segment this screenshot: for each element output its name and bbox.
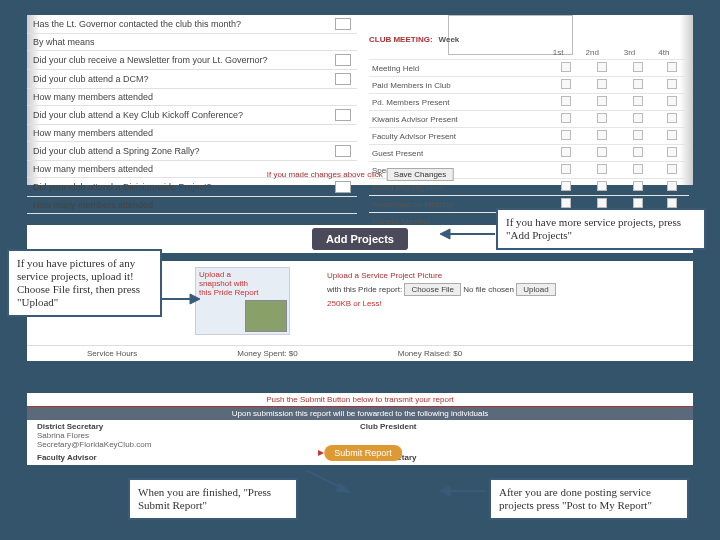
questions-panel: Has the Lt. Governor contacted the club … — [27, 15, 693, 185]
submit-report-wrap: ▸Submit Report — [318, 445, 402, 461]
q-m2: How many members attended — [27, 125, 357, 142]
grid-checkbox[interactable] — [633, 198, 643, 208]
grid-checkbox[interactable] — [633, 130, 643, 140]
q-means: By what means — [27, 34, 357, 51]
grid-checkbox[interactable] — [667, 62, 677, 72]
grid-checkbox[interactable] — [561, 130, 571, 140]
grid-checkbox[interactable] — [561, 96, 571, 106]
callout-upload: If you have pictures of any service proj… — [7, 249, 162, 317]
grid-checkbox[interactable] — [667, 164, 677, 174]
grid-checkbox[interactable] — [667, 181, 677, 191]
grid-checkbox[interactable] — [633, 62, 643, 72]
grid-checkbox[interactable] — [597, 79, 607, 89]
svg-marker-5 — [336, 483, 351, 493]
submit-section: Push the Submit Button below to transmit… — [27, 393, 693, 465]
grid-checkbox[interactable] — [633, 79, 643, 89]
svg-marker-1 — [440, 229, 450, 239]
grid-checkbox[interactable] — [633, 181, 643, 191]
banner-text: Upload a snapshot with this Pride Report — [199, 270, 259, 297]
grid-checkbox[interactable] — [633, 96, 643, 106]
grid-checkbox[interactable] — [667, 147, 677, 157]
sel[interactable] — [335, 109, 351, 121]
grid-checkbox[interactable] — [597, 130, 607, 140]
grid-checkbox[interactable] — [561, 113, 571, 123]
upload-button[interactable]: Upload — [516, 283, 555, 296]
submit-warn: Push the Submit Button below to transmit… — [27, 393, 693, 407]
q-dcm: Did your club attend a DCM? — [27, 70, 357, 89]
q-zone: Did your club attend a Spring Zone Rally… — [27, 142, 357, 161]
grid-checkbox[interactable] — [561, 164, 571, 174]
arrow-icon — [440, 484, 490, 498]
grid-checkbox[interactable] — [633, 164, 643, 174]
sel[interactable] — [335, 73, 351, 85]
grid-checkbox[interactable] — [667, 198, 677, 208]
sel[interactable] — [335, 181, 351, 193]
upload-limit: 250KB or Less! — [327, 299, 556, 308]
q-kick: Did your club attend a Key Club Kickoff … — [27, 106, 357, 125]
callout-post: After you are done posting service proje… — [489, 478, 689, 520]
arrow-icon — [440, 227, 500, 241]
grid-checkbox[interactable] — [667, 79, 677, 89]
save-row: If you made changes above clickSave Chan… — [267, 168, 454, 181]
q-news: Did your club receive a Newsletter from … — [27, 51, 357, 70]
grid-checkbox[interactable] — [597, 96, 607, 106]
q-lt: Has the Lt. Governor contacted the club … — [27, 15, 357, 34]
upload-form: Upload a Service Project Picture with th… — [327, 271, 556, 308]
callout-add: If you have more service projects, press… — [496, 208, 706, 250]
svg-marker-3 — [190, 294, 200, 304]
meeting-grid: CLUB MEETING:Week 1st2nd3rd4thMeeting He… — [369, 33, 689, 230]
grid-checkbox[interactable] — [667, 96, 677, 106]
grid-checkbox[interactable] — [633, 147, 643, 157]
grid-checkbox[interactable] — [597, 198, 607, 208]
grid-checkbox[interactable] — [633, 113, 643, 123]
sel[interactable] — [335, 145, 351, 157]
arrow-icon — [296, 465, 356, 495]
grid-checkbox[interactable] — [597, 181, 607, 191]
grid-checkbox[interactable] — [561, 147, 571, 157]
grid-checkbox[interactable] — [597, 164, 607, 174]
svg-marker-7 — [440, 486, 450, 496]
banner-thumb — [245, 300, 287, 332]
grid-checkbox[interactable] — [667, 130, 677, 140]
q-m1: How many members attended — [27, 89, 357, 106]
save-button[interactable]: Save Changes — [387, 168, 453, 181]
sel[interactable] — [335, 54, 351, 66]
arrow-icon — [160, 292, 200, 306]
add-projects-button[interactable]: Add Projects — [312, 228, 408, 250]
grid-checkbox[interactable] — [561, 181, 571, 191]
grid-checkbox[interactable] — [667, 113, 677, 123]
submit-bar: Upon submission this report will be forw… — [27, 407, 693, 420]
submit-report-button[interactable]: Submit Report — [324, 445, 402, 461]
grid-checkbox[interactable] — [561, 198, 571, 208]
stats-row: Service HoursMoney Spent: $0Money Raised… — [27, 345, 693, 361]
grid-checkbox[interactable] — [597, 147, 607, 157]
upload-title: Upload a Service Project Picture — [327, 271, 556, 280]
grid-checkbox[interactable] — [597, 113, 607, 123]
choose-file-button[interactable]: Choose File — [404, 283, 461, 296]
q-m4: How many members attended — [27, 197, 357, 214]
callout-submit: When you are finished, "Press Submit Rep… — [128, 478, 298, 520]
no-file-label: No file chosen — [463, 285, 514, 294]
upload-banner: Upload a snapshot with this Pride Report — [195, 267, 290, 335]
grid-checkbox[interactable] — [561, 62, 571, 72]
grid-checkbox[interactable] — [561, 79, 571, 89]
grid-checkbox[interactable] — [597, 62, 607, 72]
sel[interactable] — [335, 18, 351, 30]
